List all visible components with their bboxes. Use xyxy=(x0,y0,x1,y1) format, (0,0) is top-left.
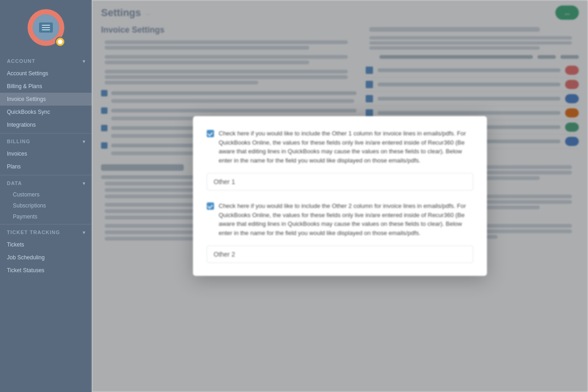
sidebar-header-ticket-arrow: ▾ xyxy=(80,230,85,235)
sidebar-sub-customers[interactable]: Customers xyxy=(0,189,92,200)
sidebar-item-ticket-statuses-label: Ticket Statuses xyxy=(7,267,85,274)
sidebar-header-ticket[interactable]: TICKET TRACKING ▾ xyxy=(0,226,92,238)
other2-checkbox[interactable] xyxy=(207,202,214,210)
logo-circle-inner xyxy=(33,14,59,41)
sidebar-item-integrations[interactable]: Integrations xyxy=(0,118,92,131)
other1-checkbox[interactable] xyxy=(207,130,214,137)
logo-circle-outer xyxy=(28,9,64,46)
other2-input[interactable] xyxy=(207,246,473,263)
sidebar-item-qb-sync[interactable]: QuickBooks Sync xyxy=(0,106,92,118)
modal-dialog: Check here if you would like to include … xyxy=(193,116,487,276)
sidebar-header-data-label: DATA xyxy=(7,180,22,186)
sidebar-header-account-label: ACCOUNT xyxy=(7,58,35,64)
logo-line-1 xyxy=(42,25,50,26)
sidebar-header-data[interactable]: DATA ▾ xyxy=(0,177,92,189)
sidebar-header-ticket-label: TICKET TRACKING xyxy=(7,230,60,235)
sidebar-header-data-arrow: ▾ xyxy=(80,181,85,186)
sidebar-item-account-settings[interactable]: Account Settings xyxy=(0,67,92,80)
sidebar-item-invoice-settings-label: Invoice Settings xyxy=(7,96,85,102)
other1-input[interactable] xyxy=(207,173,473,190)
sidebar-header-account-arrow: ▾ xyxy=(80,59,85,64)
sidebar-header-billing-label: BILLING xyxy=(7,139,30,144)
sidebar: ACCOUNT ▾ Account Settings Billing & Pla… xyxy=(0,0,92,392)
sidebar-item-ticket-statuses[interactable]: Ticket Statuses xyxy=(0,264,92,277)
logo-icon xyxy=(39,22,53,33)
sidebar-item-job-scheduling-label: Job Scheduling xyxy=(7,254,85,261)
logo-badge xyxy=(55,37,65,47)
sidebar-item-tickets-label: Tickets xyxy=(7,241,85,248)
logo-area xyxy=(0,0,92,53)
modal-overlay[interactable]: Check here if you would like to include … xyxy=(92,0,588,392)
sidebar-divider-2 xyxy=(0,175,92,175)
other1-section: Check here if you would like to include … xyxy=(207,129,473,190)
sidebar-navigation: ACCOUNT ▾ Account Settings Billing & Pla… xyxy=(0,53,92,392)
other1-checkbox-label: Check here if you would like to include … xyxy=(219,129,473,165)
sidebar-sub-subscriptions[interactable]: Subscriptions xyxy=(0,200,92,211)
sidebar-item-billing-plans-label: Billing & Plans xyxy=(7,83,85,90)
sidebar-header-billing[interactable]: BILLING ▾ xyxy=(0,135,92,147)
sidebar-item-billing-plans[interactable]: Billing & Plans xyxy=(0,80,92,93)
sidebar-item-job-scheduling[interactable]: Job Scheduling xyxy=(0,251,92,264)
sidebar-item-plans-label: Plans xyxy=(7,163,85,170)
other1-checkbox-row: Check here if you would like to include … xyxy=(207,129,473,165)
sidebar-divider-1 xyxy=(0,133,92,134)
sidebar-header-account[interactable]: ACCOUNT ▾ xyxy=(0,55,92,67)
sidebar-sub-customers-label: Customers xyxy=(13,191,40,198)
logo-badge-inner xyxy=(58,39,62,44)
sidebar-item-account-settings-label: Account Settings xyxy=(7,70,85,77)
sidebar-item-qb-sync-label: QuickBooks Sync xyxy=(7,109,85,115)
other2-checkbox-row: Check here if you would like to include … xyxy=(207,202,473,237)
other2-section: Check here if you would like to include … xyxy=(207,202,473,263)
other2-checkbox-label: Check here if you would like to include … xyxy=(219,202,473,237)
sidebar-divider-3 xyxy=(0,224,92,224)
sidebar-header-billing-arrow: ▾ xyxy=(80,139,85,144)
logo-line-3 xyxy=(42,29,50,30)
sidebar-item-invoices[interactable]: Invoices xyxy=(0,147,92,160)
logo-line-2 xyxy=(42,27,50,28)
main-content: Settings ... ... Invoice Settings xyxy=(92,0,588,392)
sidebar-sub-payments-label: Payments xyxy=(13,213,37,220)
sidebar-sub-payments[interactable]: Payments xyxy=(0,211,92,222)
sidebar-item-invoice-settings[interactable]: Invoice Settings xyxy=(0,93,92,106)
sidebar-item-integrations-label: Integrations xyxy=(7,122,85,128)
sidebar-item-tickets[interactable]: Tickets xyxy=(0,238,92,251)
sidebar-item-invoices-label: Invoices xyxy=(7,151,85,157)
sidebar-item-plans[interactable]: Plans xyxy=(0,160,92,173)
sidebar-sub-subscriptions-label: Subscriptions xyxy=(13,202,46,209)
